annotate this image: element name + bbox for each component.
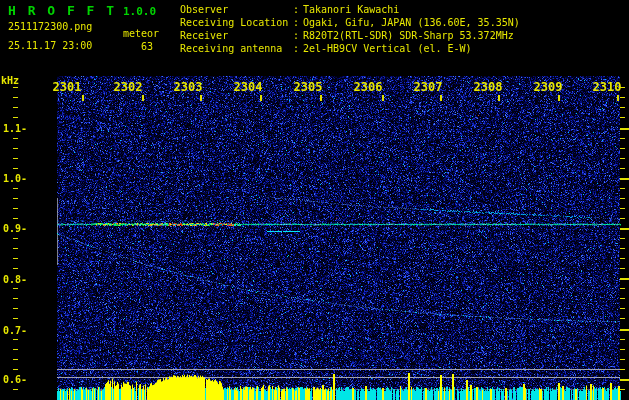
time-tick-label: 2306 xyxy=(348,80,388,94)
info-label: Receiver xyxy=(180,31,293,41)
freq-tick-label: 1.1- xyxy=(0,123,27,134)
info-row-location: Receiving Location:Ogaki, Gifu, JAPAN (1… xyxy=(180,18,520,28)
time-tick-label: 2307 xyxy=(408,80,448,94)
spectrogram-canvas xyxy=(0,0,629,400)
info-label: Receiving Location xyxy=(180,18,293,28)
info-row-observer: Observer:Takanori Kawachi xyxy=(180,5,399,15)
colon-separator: : xyxy=(293,31,303,41)
time-tick-label: 2305 xyxy=(288,80,328,94)
info-row-antenna: Receiving antenna:2el-HB9CV Vertical (el… xyxy=(180,44,472,54)
info-value: R820T2(RTL-SDR) SDR-Sharp 53.372MHz xyxy=(303,31,514,41)
app-version: 1.0.0 xyxy=(123,6,156,17)
info-row-receiver: Receiver:R820T2(RTL-SDR) SDR-Sharp 53.37… xyxy=(180,31,514,41)
colon-separator: : xyxy=(293,5,303,15)
info-label: Observer xyxy=(180,5,293,15)
colon-separator: : xyxy=(293,44,303,54)
freq-tick-label: 0.8- xyxy=(0,274,27,285)
info-value: Takanori Kawachi xyxy=(303,5,399,15)
info-value: 2el-HB9CV Vertical (el. E-W) xyxy=(303,44,472,54)
time-tick-label: 2302 xyxy=(108,80,148,94)
freq-tick-label: 0.7- xyxy=(0,325,27,336)
meteor-count: 63 xyxy=(141,42,153,52)
image-filename: 2511172300.png xyxy=(8,22,92,32)
time-tick-label: 2310 xyxy=(587,80,627,94)
freq-tick-label: 0.9- xyxy=(0,223,27,234)
time-tick-label: 2304 xyxy=(228,80,268,94)
time-tick-label: 2308 xyxy=(468,80,508,94)
freq-tick-label: 0.6- xyxy=(0,374,27,385)
app-title: H R O F F T xyxy=(8,4,116,17)
info-value: Ogaki, Gifu, JAPAN (136.60E, 35.35N) xyxy=(303,18,520,28)
info-label: Receiving antenna xyxy=(180,44,293,54)
time-tick-label: 2309 xyxy=(528,80,568,94)
observation-datetime: 25.11.17 23:00 xyxy=(8,41,92,51)
time-tick-label: 2303 xyxy=(168,80,208,94)
colon-separator: : xyxy=(293,18,303,28)
freq-tick-label: 1.0- xyxy=(0,173,27,184)
hrofft-window: H R O F F T 1.0.0 2511172300.png meteor … xyxy=(0,0,629,400)
observation-mode: meteor xyxy=(123,29,159,39)
time-tick-label: 2301 xyxy=(47,80,87,94)
khz-unit-label: kHz xyxy=(1,76,19,86)
